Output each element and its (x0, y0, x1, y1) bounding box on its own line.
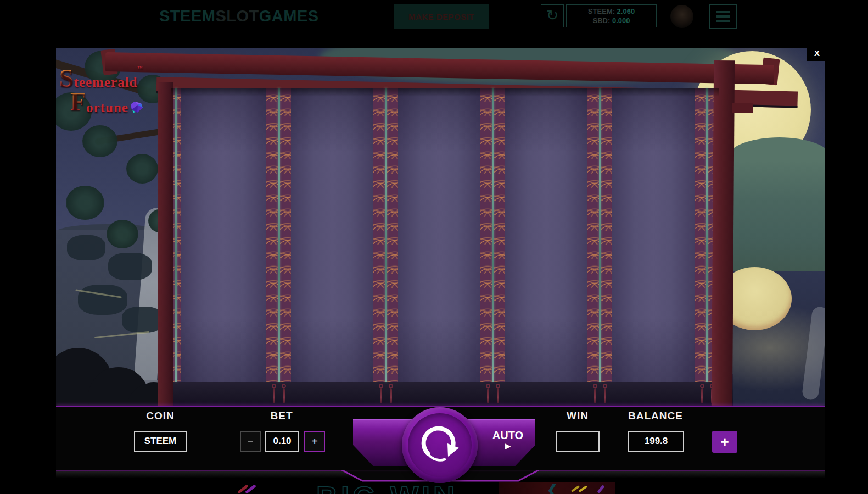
game-modal: Steemerald™ Fortune COIN STEEM BET − 0.1… (56, 48, 825, 494)
add-credit-button[interactable]: + (712, 431, 737, 453)
torii-cross-stub (732, 103, 753, 113)
pine-cluster (82, 125, 117, 157)
reel-curtains (171, 88, 719, 382)
bet-increase-button[interactable]: + (304, 431, 325, 452)
steem-balance-label: STEEM: (588, 7, 615, 15)
tassel (699, 384, 705, 404)
auto-label: AUTO (480, 429, 535, 442)
tassel (485, 384, 491, 404)
emerald-gem-icon (130, 101, 143, 115)
tassel (271, 384, 277, 404)
bet-decrease-button[interactable]: − (240, 431, 261, 452)
balance-label: BALANCE (623, 410, 688, 422)
balance-value-field: 199.8 (628, 431, 684, 452)
trademark-symbol: ™ (137, 65, 143, 71)
topbar: STEEMSLOTGAMES MAKE DEPOSIT ↻ STEEM: 2.0… (0, 0, 868, 33)
torii-right-pillar (712, 60, 735, 406)
play-triangle-icon: ▶ (480, 442, 535, 450)
reel-curtain-2 (291, 88, 373, 382)
curtain-divider (373, 88, 398, 382)
auto-button[interactable]: AUTO ▶ (480, 429, 535, 450)
reel-curtain-5 (612, 88, 695, 382)
avatar[interactable] (670, 5, 693, 28)
win-label: WIN (550, 410, 605, 422)
decor-bracket: ❮ (547, 482, 558, 494)
tassel (602, 384, 608, 404)
hamburger-icon (716, 20, 730, 22)
spin-button[interactable] (402, 407, 478, 483)
pine-cluster (66, 186, 104, 220)
hamburger-icon (716, 11, 730, 13)
refresh-button[interactable]: ↻ (541, 4, 564, 27)
menu-button[interactable] (709, 4, 737, 29)
close-button[interactable]: X (807, 46, 827, 61)
curtain-divider (480, 88, 505, 382)
logo-word2: ortune (86, 101, 128, 114)
logo-part-steem: STEEM (159, 7, 215, 25)
reel-curtain-1 (181, 88, 266, 382)
sbd-balance-row: SBD: 0.000 (567, 16, 656, 25)
reel-curtain-4 (505, 88, 587, 382)
refresh-icon: ↻ (546, 7, 559, 24)
tassel (388, 384, 394, 404)
pine-silhouette (67, 235, 105, 260)
sbd-balance-label: SBD: (593, 16, 611, 25)
reel-curtain-3 (398, 88, 480, 382)
pine-cluster (126, 154, 158, 184)
game-scene: Steemerald™ Fortune (56, 48, 825, 406)
steem-balance-row: STEEM: 2.060 (567, 7, 656, 16)
pine-silhouette (122, 307, 163, 333)
tassel (592, 384, 598, 404)
site-logo[interactable]: STEEMSLOTGAMES (159, 7, 319, 25)
close-x-label: X (814, 48, 820, 58)
win-value-field (556, 431, 600, 452)
coin-selector[interactable]: STEEM (134, 431, 187, 452)
game-logo-line2: Fortune (70, 89, 186, 114)
control-bar: COIN STEEM BET − 0.10 + MAX BET AUTO ▶ (56, 406, 825, 470)
steem-balance-value: 2.060 (617, 7, 635, 15)
pine-cluster (107, 220, 138, 248)
wallet-balances: STEEM: 2.060 SBD: 0.000 (566, 4, 657, 27)
tassel (281, 384, 287, 404)
logo-part-slot: SLOT (215, 7, 259, 25)
curtain-divider (587, 88, 612, 382)
hamburger-icon (716, 15, 730, 18)
tassel (495, 384, 501, 404)
tassel (378, 384, 384, 404)
torii-left-pillar (158, 82, 173, 406)
logo-capital: F (70, 89, 86, 114)
game-logo: Steemerald™ Fortune (59, 66, 186, 114)
curtain-divider (266, 88, 291, 382)
coin-label: COIN (133, 410, 188, 422)
pine-silhouette (108, 253, 152, 280)
bet-label: BET (254, 410, 309, 422)
sbd-balance-value: 0.000 (612, 16, 630, 25)
bet-value-field[interactable]: 0.10 (265, 431, 299, 452)
circular-arrow-icon (416, 421, 463, 469)
logo-part-games: GAMES (259, 7, 319, 25)
pine-silhouette (78, 285, 127, 315)
make-deposit-button[interactable]: MAKE DEPOSIT (394, 4, 489, 29)
